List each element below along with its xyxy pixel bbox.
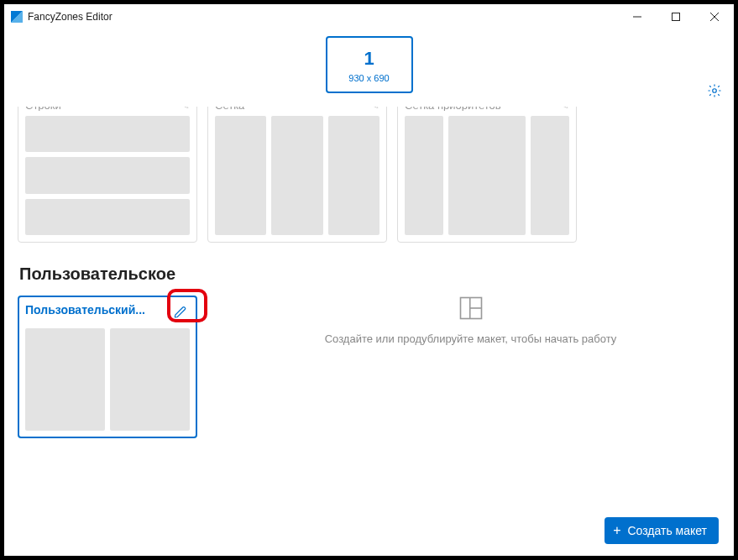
- zone: [448, 116, 526, 235]
- plus-icon: +: [613, 524, 620, 537]
- layout-icon: [458, 296, 484, 321]
- content-area: Строки✎ Сетка✎ Сетка приоритетов✎: [4, 107, 734, 556]
- template-rows[interactable]: Строки✎: [18, 107, 197, 243]
- close-button[interactable]: [695, 4, 734, 29]
- layout-preview: [25, 328, 190, 431]
- layout-preview: [405, 116, 569, 235]
- window-controls: [618, 4, 734, 29]
- settings-button[interactable]: [707, 83, 722, 98]
- maximize-button[interactable]: [657, 4, 695, 29]
- zone: [110, 328, 190, 431]
- custom-layout-card[interactable]: Пользовательский...: [18, 296, 197, 438]
- monitor-card[interactable]: 1 930 x 690: [326, 36, 413, 93]
- zone: [215, 116, 266, 235]
- section-custom-title: Пользовательское: [19, 264, 720, 284]
- gear-icon: [707, 83, 722, 98]
- minimize-button[interactable]: [618, 4, 657, 29]
- empty-state: Создайте или продублируйте макет, чтобы …: [197, 296, 720, 345]
- monitor-resolution: 930 x 690: [327, 73, 411, 83]
- titlebar: FancyZones Editor: [4, 4, 734, 29]
- zone: [25, 116, 190, 152]
- minimize-icon: [633, 13, 641, 21]
- maximize-icon: [672, 13, 680, 21]
- custom-row: Пользовательский...: [18, 296, 720, 438]
- app-icon: [11, 11, 23, 23]
- create-button-label: Создать макет: [627, 524, 707, 537]
- template-grid[interactable]: Сетка✎: [207, 107, 387, 243]
- monitor-area: 1 930 x 690: [4, 29, 734, 107]
- layout-preview: [215, 116, 379, 235]
- templates-row: Строки✎ Сетка✎ Сетка приоритетов✎: [18, 107, 720, 243]
- zone: [328, 116, 379, 235]
- edit-layout-button[interactable]: [171, 303, 190, 322]
- create-layout-button[interactable]: + Создать макет: [605, 517, 719, 544]
- zone: [25, 328, 105, 431]
- monitor-number: 1: [327, 48, 411, 70]
- zone: [405, 116, 443, 235]
- template-priority[interactable]: Сетка приоритетов✎: [397, 107, 577, 243]
- zone: [271, 116, 322, 235]
- footer: + Создать макет: [605, 517, 719, 544]
- layout-preview: [25, 116, 190, 235]
- empty-hint-text: Создайте или продублируйте макет, чтобы …: [325, 332, 617, 345]
- window-title: FancyZones Editor: [28, 11, 113, 23]
- pencil-icon: [174, 306, 187, 319]
- zone: [531, 116, 569, 235]
- app-window: FancyZones Editor 1 930 x 690: [4, 4, 734, 556]
- zone: [25, 199, 190, 235]
- zone: [25, 157, 190, 193]
- close-icon: [710, 13, 719, 21]
- custom-card-wrap: Пользовательский...: [18, 296, 197, 438]
- svg-rect-1: [673, 13, 680, 21]
- svg-point-4: [713, 89, 717, 93]
- custom-layout-title: Пользовательский...: [25, 303, 145, 322]
